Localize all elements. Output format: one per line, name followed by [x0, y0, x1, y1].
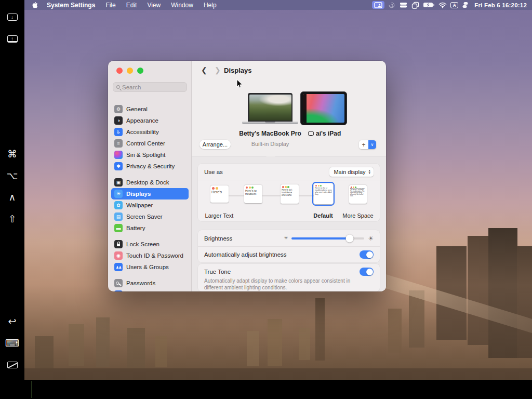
settings-sidebar: ⚙General ◑Appearance ♿Accessibility ≡Con…: [108, 61, 192, 291]
sidebar-item-lock-screen[interactable]: Lock Screen: [111, 238, 189, 250]
shift-key-button[interactable]: ⇧: [0, 211, 24, 227]
menu-help[interactable]: Help: [198, 2, 222, 9]
battery-charging-icon[interactable]: [423, 1, 435, 9]
control-key-button[interactable]: ∧: [0, 189, 24, 205]
sidebar-item-internet-accounts[interactable]: @Internet Accounts: [111, 289, 189, 291]
wifi-icon[interactable]: [438, 1, 447, 9]
user-profile-icon[interactable]: [462, 1, 469, 9]
display-thumbnail-ipad[interactable]: [300, 91, 347, 125]
keyboard-button[interactable]: ⌨: [0, 335, 24, 351]
at-sign-icon: @: [114, 290, 123, 291]
stepper-icon: ▲▼: [368, 169, 371, 174]
option-key-button[interactable]: ⌥: [0, 168, 24, 183]
more-space-label: More Space: [342, 212, 373, 219]
sidebar-item-control-center[interactable]: ≡Control Center: [111, 138, 189, 149]
brightness-slider[interactable]: [291, 237, 364, 240]
sidebar-item-desktop-dock[interactable]: ▣Desktop & Dock: [111, 177, 189, 188]
sidebar-item-wallpaper[interactable]: ✿Wallpaper: [111, 200, 189, 211]
display-stack-icon[interactable]: [399, 1, 408, 9]
swirl-icon[interactable]: [388, 1, 395, 9]
sidebar-item-privacy-security[interactable]: ✱Privacy & Security: [111, 161, 189, 172]
menu-edit[interactable]: Edit: [121, 2, 142, 9]
screen-receive-button[interactable]: ↓: [0, 9, 24, 25]
back-button[interactable]: ❮: [201, 66, 207, 74]
resolution-default[interactable]: Here's to the cr troublemakers. ones who…: [314, 183, 333, 204]
remote-toolbar: ↓ ↑ ⌘ ⌥ ∧ ⇧ ↩ ⌨: [0, 0, 24, 399]
brightness-bright-icon: ☀: [368, 235, 374, 242]
menu-bar: System Settings File Edit View Window He…: [24, 0, 532, 10]
screen-sharing-icon[interactable]: [372, 1, 384, 9]
menu-app-name[interactable]: System Settings: [42, 2, 100, 9]
default-label: Default: [313, 212, 332, 219]
sidebar-item-passwords[interactable]: Passwords: [111, 277, 189, 289]
use-as-dropdown[interactable]: Main display ▲▼: [329, 167, 374, 177]
decor-tick: [31, 381, 32, 398]
plus-icon[interactable]: +: [359, 140, 368, 149]
add-display-button[interactable]: + ∨: [359, 140, 376, 149]
display-thumbnail-macbook[interactable]: [246, 93, 294, 125]
resolution-larger-text[interactable]: Here's: [210, 185, 229, 203]
users-icon: ♟♟: [114, 263, 123, 271]
input-source-icon[interactable]: A: [450, 1, 458, 9]
search-input[interactable]: [122, 84, 183, 90]
auto-brightness-row: Automatically adjust brightness: [198, 246, 380, 262]
sidebar-item-displays[interactable]: ☀Displays: [111, 188, 189, 200]
menu-window[interactable]: Window: [166, 2, 198, 9]
undo-button[interactable]: ↩: [0, 313, 24, 329]
menu-view[interactable]: View: [142, 2, 166, 9]
window-arrow-down-icon: ↓: [7, 14, 18, 21]
resolution-option-3[interactable]: Here's to t troublema ones who: [281, 184, 299, 204]
sidebar-item-appearance[interactable]: ◑Appearance: [111, 115, 189, 126]
arrange-button[interactable]: Arrange...: [200, 140, 231, 149]
sidebar-list: ⚙General ◑Appearance ♿Accessibility ≡Con…: [111, 103, 189, 291]
disconnect-display-button[interactable]: [0, 357, 24, 373]
true-tone-row: True Tone: [198, 264, 380, 277]
displays-pane: ❮ ❯ Displays Betty's MacBook Pro ai's iP…: [192, 61, 386, 291]
gear-icon: ⚙: [114, 105, 123, 113]
resolution-track: [228, 195, 314, 196]
sidebar-item-touch-id[interactable]: ◉Touch ID & Password: [111, 250, 189, 261]
display-name-ipad: ai's iPad: [308, 130, 341, 137]
desktop-dock-icon: ▣: [114, 178, 123, 187]
sidebar-item-accessibility[interactable]: ♿Accessibility: [111, 126, 189, 138]
menu-file[interactable]: File: [100, 2, 121, 9]
auto-brightness-label: Automatically adjust brightness: [204, 251, 287, 258]
true-tone-label: True Tone: [204, 269, 231, 275]
zoom-button[interactable]: [137, 68, 143, 74]
battery-icon: ▬: [114, 224, 123, 232]
sidebar-item-battery[interactable]: ▬Battery: [111, 222, 189, 234]
copy-windows-icon[interactable]: [411, 1, 419, 9]
apple-menu-icon[interactable]: [32, 1, 38, 9]
forward-button[interactable]: ❯: [215, 66, 221, 74]
undo-icon: ↩: [8, 316, 17, 326]
sidecar-icon: [308, 131, 314, 136]
larger-text-label: Larger Text: [205, 212, 234, 219]
resolution-option-2[interactable]: Here's to troublem: [244, 185, 262, 203]
privacy-hand-icon: ✱: [114, 162, 123, 170]
sidebar-search[interactable]: [113, 82, 187, 92]
true-tone-toggle[interactable]: [360, 268, 374, 276]
brightness-label: Brightness: [204, 235, 232, 242]
sidebar-item-users-groups[interactable]: ♟♟Users & Groups: [111, 261, 189, 273]
command-key-button[interactable]: ⌘: [0, 146, 24, 162]
input-source-letter: A: [450, 2, 458, 8]
menu-bar-clock[interactable]: Fri Feb 6 16:20:12: [474, 2, 527, 8]
brightness-dim-icon: ☀: [284, 236, 288, 241]
accessibility-icon: ♿: [114, 128, 123, 136]
selected-display-caret: [266, 152, 275, 156]
shift-icon: ⇧: [8, 214, 17, 224]
window-arrow-up-icon: ↑: [7, 35, 18, 43]
brightness-row: Brightness ☀ ☀: [198, 230, 380, 246]
resolution-more-space[interactable]: Here's to the crazy ones. The misfits. T…: [349, 185, 367, 204]
display-slash-icon: [7, 362, 18, 368]
fingerprint-icon: ◉: [114, 251, 123, 260]
close-button[interactable]: [116, 68, 123, 74]
sidebar-item-siri-spotlight[interactable]: Siri & Spotlight: [111, 149, 189, 161]
sidebar-item-screen-saver[interactable]: ▤Screen Saver: [111, 211, 189, 222]
auto-brightness-toggle[interactable]: [360, 250, 374, 259]
minimize-button[interactable]: [127, 68, 133, 74]
chevron-down-icon[interactable]: ∨: [368, 140, 376, 149]
brightness-slider-knob[interactable]: [346, 234, 354, 242]
sidebar-item-general[interactable]: ⚙General: [111, 103, 189, 115]
screen-send-button[interactable]: ↑: [0, 31, 24, 47]
